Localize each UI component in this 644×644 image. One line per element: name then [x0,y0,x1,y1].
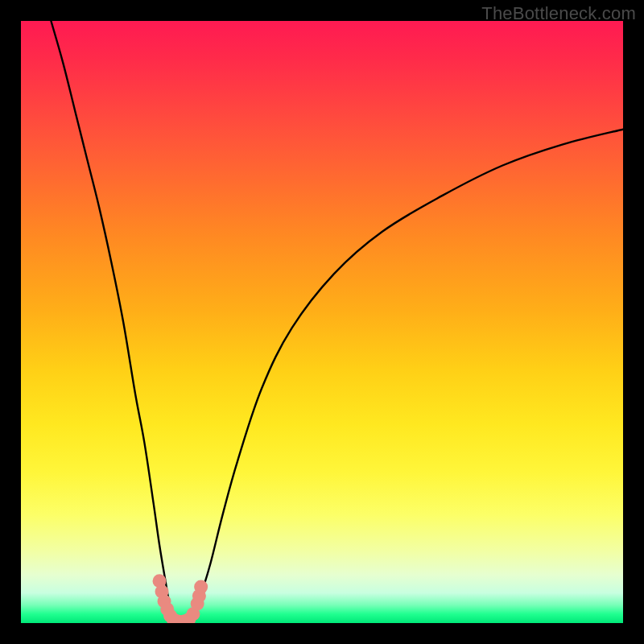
curve-layer [51,21,623,623]
left-curve [51,21,189,623]
marker-layer [153,574,208,623]
watermark-text: TheBottleneck.com [481,3,636,24]
chart-frame: TheBottleneck.com [0,0,644,644]
chart-svg [21,21,623,623]
plot-area [21,21,623,623]
right-curve [189,130,623,621]
data-marker [194,580,208,594]
